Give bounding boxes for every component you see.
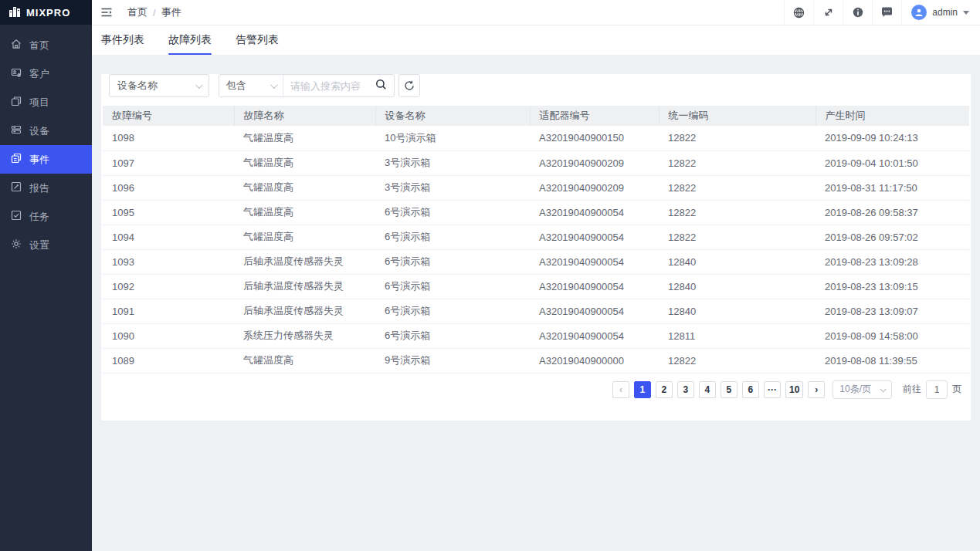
cell-fault-name: 气罐温度高 xyxy=(234,200,375,225)
cell-created-time: 2019-08-23 13:09:28 xyxy=(816,249,969,274)
reports-icon xyxy=(11,181,22,194)
cell-device-name: 6号演示箱 xyxy=(375,225,530,249)
cell-adapter-id: A32019040900209 xyxy=(530,175,659,200)
collapse-sidebar-button[interactable] xyxy=(92,0,121,25)
cell-unified-code: 12822 xyxy=(659,175,816,200)
sidebar-item-customers[interactable]: 客户 xyxy=(0,59,92,88)
cell-created-time: 2019-09-04 10:01:50 xyxy=(816,150,969,175)
refresh-button[interactable] xyxy=(398,74,420,97)
tab-event-list[interactable]: 事件列表 xyxy=(101,25,144,55)
table-row[interactable]: 1090 系统压力传感器失灵 6号演示箱 A32019040900054 128… xyxy=(103,323,969,348)
col-fault-id: 故障编号 xyxy=(103,106,234,126)
sidebar-item-events[interactable]: 事件 xyxy=(0,145,92,174)
search-input[interactable] xyxy=(290,80,371,92)
cell-fault-name: 气罐温度高 xyxy=(234,126,375,150)
operator-select[interactable]: 包含 xyxy=(219,75,283,96)
cell-created-time: 2019-08-26 09:58:37 xyxy=(816,200,969,225)
avatar xyxy=(911,5,927,20)
sidebar-item-projects[interactable]: 项目 xyxy=(0,88,92,117)
table-row[interactable]: 1092 后轴承温度传感器失灵 6号演示箱 A32019040900054 12… xyxy=(103,274,969,299)
cell-fault-id: 1092 xyxy=(103,274,234,299)
breadcrumb-home[interactable]: 首页 xyxy=(127,5,148,19)
sidebar-item-label: 项目 xyxy=(29,96,49,110)
pager-page-3[interactable]: 3 xyxy=(677,381,694,398)
top-header: 首页 / 事件 admin xyxy=(92,0,980,25)
page-size-value: 10条/页 xyxy=(839,383,871,396)
pager-page-4[interactable]: 4 xyxy=(699,381,716,398)
pager-prev-button[interactable]: ‹ xyxy=(612,381,629,398)
fullscreen-icon[interactable] xyxy=(813,0,843,25)
projects-icon xyxy=(11,96,22,109)
fault-table: 故障编号 故障名称 设备名称 适配器编号 统一编码 产生时间 1098 气罐温度… xyxy=(103,106,969,374)
info-icon[interactable] xyxy=(843,0,872,25)
goto-page-input[interactable] xyxy=(926,380,948,399)
page-size-select[interactable]: 10条/页 xyxy=(832,380,892,399)
sidebar-item-settings[interactable]: 设置 xyxy=(0,231,92,259)
fault-list-card: 设备名称 包含 xyxy=(101,74,971,421)
sidebar-item-label: 客户 xyxy=(29,67,49,81)
table-row[interactable]: 1095 气罐温度高 6号演示箱 A32019040900054 12822 2… xyxy=(103,200,969,225)
search-icon[interactable] xyxy=(375,79,387,93)
filter-bar: 设备名称 包含 xyxy=(109,74,963,97)
table-header-row: 故障编号 故障名称 设备名称 适配器编号 统一编码 产生时间 xyxy=(103,106,969,126)
logo-chart-icon xyxy=(8,6,21,19)
search-combo: 包含 xyxy=(219,74,395,97)
pager-next-button[interactable]: › xyxy=(808,381,825,398)
cell-unified-code: 12811 xyxy=(659,323,816,348)
cell-device-name: 6号演示箱 xyxy=(375,274,530,299)
cell-fault-name: 后轴承温度传感器失灵 xyxy=(234,249,375,274)
table-row[interactable]: 1094 气罐温度高 6号演示箱 A32019040900054 12822 2… xyxy=(103,225,969,249)
table-row[interactable]: 1089 气罐温度高 9号演示箱 A32019040900000 12822 2… xyxy=(103,348,969,373)
message-icon[interactable] xyxy=(872,0,901,25)
cell-fault-name: 系统压力传感器失灵 xyxy=(234,323,375,348)
pager-page-10[interactable]: 10 xyxy=(785,381,803,398)
cell-fault-name: 气罐温度高 xyxy=(234,150,375,175)
cell-adapter-id: A32019040900054 xyxy=(530,225,659,249)
settings-icon xyxy=(11,238,22,252)
pager-page-2[interactable]: 2 xyxy=(656,381,673,398)
table-row[interactable]: 1098 气罐温度高 10号演示箱 A32019040900150 12822 … xyxy=(103,126,969,150)
cell-adapter-id: A32019040900054 xyxy=(530,274,659,299)
sidebar-item-tasks[interactable]: 任务 xyxy=(0,202,92,231)
breadcrumb-separator: / xyxy=(153,7,156,19)
chevron-down-icon xyxy=(270,81,278,89)
field-select[interactable]: 设备名称 xyxy=(109,74,209,97)
pager-page-1[interactable]: 1 xyxy=(634,381,651,398)
field-select-value: 设备名称 xyxy=(117,79,158,93)
sidebar-item-label: 事件 xyxy=(29,153,49,167)
col-created-time: 产生时间 xyxy=(816,106,969,126)
cell-device-name: 3号演示箱 xyxy=(375,150,530,175)
cell-device-name: 6号演示箱 xyxy=(375,200,530,225)
table-row[interactable]: 1091 后轴承温度传感器失灵 6号演示箱 A32019040900054 12… xyxy=(103,299,969,323)
cell-fault-id: 1097 xyxy=(103,150,234,175)
breadcrumb-current: 事件 xyxy=(161,5,181,19)
table-row[interactable]: 1097 气罐温度高 3号演示箱 A32019040900209 12822 2… xyxy=(103,150,969,175)
sidebar-item-devices[interactable]: 设备 xyxy=(0,117,92,145)
chevron-down-icon xyxy=(880,386,886,392)
cell-fault-name: 气罐温度高 xyxy=(234,348,375,373)
cell-fault-id: 1091 xyxy=(103,299,234,323)
pager-ellipsis[interactable]: ··· xyxy=(764,381,781,398)
table-row[interactable]: 1096 气罐温度高 3号演示箱 A32019040900209 12822 2… xyxy=(103,175,969,200)
user-menu[interactable]: admin xyxy=(901,0,980,25)
cell-fault-id: 1090 xyxy=(103,323,234,348)
pager-page-5[interactable]: 5 xyxy=(721,381,738,398)
tab-fault-list[interactable]: 故障列表 xyxy=(168,25,212,55)
pager-page-6[interactable]: 6 xyxy=(742,381,759,398)
header-actions: admin xyxy=(784,0,980,25)
cell-unified-code: 12840 xyxy=(659,274,816,299)
table-row[interactable]: 1093 后轴承温度传感器失灵 6号演示箱 A32019040900054 12… xyxy=(103,249,969,274)
goto-label: 前往 xyxy=(903,383,921,396)
devices-icon xyxy=(11,124,22,137)
sidebar-item-label: 首页 xyxy=(29,39,49,52)
tab-bar: 事件列表 故障列表 告警列表 xyxy=(92,25,980,55)
sidebar-item-label: 报告 xyxy=(29,181,49,195)
sidebar-item-reports[interactable]: 报告 xyxy=(0,174,92,202)
sidebar-item-home[interactable]: 首页 xyxy=(0,31,92,59)
cell-created-time: 2019-08-26 09:57:02 xyxy=(816,225,969,249)
tasks-icon xyxy=(11,210,22,223)
app-name: MIXPRO xyxy=(26,7,70,19)
tab-alarm-list[interactable]: 告警列表 xyxy=(236,25,279,55)
cell-created-time: 2019-08-23 13:09:15 xyxy=(816,274,969,299)
globe-icon[interactable] xyxy=(784,0,813,25)
